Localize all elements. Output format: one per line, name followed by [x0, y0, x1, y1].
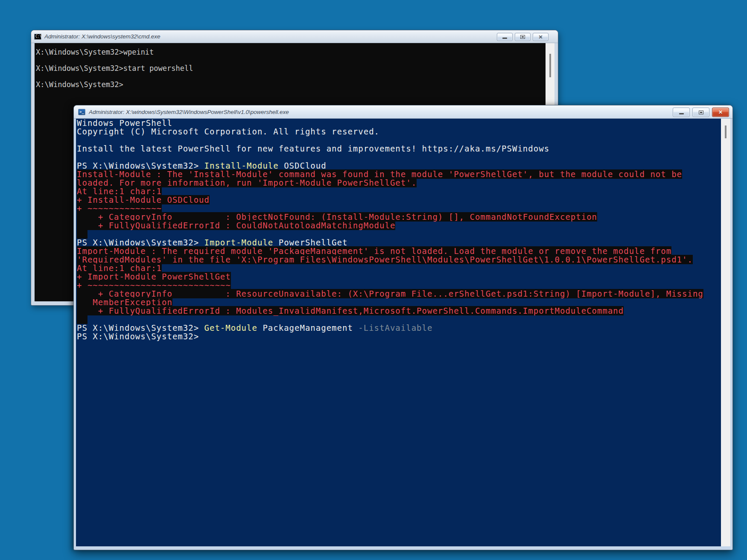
- console-segment-plain: Copyright (C) Microsoft Corporation. All…: [77, 127, 379, 136]
- maximize-button[interactable]: [692, 108, 709, 117]
- console-segment-error: + FullyQualifiedErrorId : CouldNotAutolo…: [77, 221, 395, 230]
- maximize-icon: [520, 35, 525, 39]
- console-segment-plain: PS X:\Windows\System32>: [77, 238, 204, 247]
- winpe-desktop: C:\ Administrator: X:\windows\system32\c…: [0, 0, 747, 560]
- close-button[interactable]: ✕: [712, 108, 729, 117]
- console-segment-plain: Windows PowerShell: [77, 119, 172, 128]
- console-segment-cmd: Install-Module: [204, 161, 279, 170]
- console-segment-error: + CategoryInfo : ObjectNotFound: (Instal…: [77, 212, 597, 222]
- cmd-console-line: [36, 73, 544, 81]
- console-segment-plain: PS X:\Windows\System32>: [77, 332, 199, 341]
- console-segment-plain: PS X:\Windows\System32>: [77, 161, 204, 170]
- console-segment-error: MemberException: [77, 298, 172, 307]
- powershell-console-line: PS X:\Windows\System32>: [77, 332, 720, 341]
- cmd-console-line: X:\Windows\System32>: [36, 81, 544, 89]
- powershell-console-line: PS X:\Windows\System32> Import-Module Po…: [77, 238, 720, 247]
- close-icon: ✕: [718, 110, 723, 115]
- powershell-console-line: PS X:\Windows\System32> Get-Module Packa…: [77, 324, 720, 332]
- powershell-console-line: PS X:\Windows\System32> Install-Module O…: [77, 161, 720, 170]
- console-segment-error: + CategoryInfo : ResourceUnavailable: (X…: [77, 289, 703, 298]
- cmd-scrollbar-thumb[interactable]: [549, 54, 551, 77]
- console-segment-cmd: Get-Module: [204, 323, 257, 332]
- console-segment-error: + ~~~~~~~~~~~~~~: [77, 204, 162, 213]
- powershell-window-controls: ✕: [670, 108, 729, 117]
- close-button[interactable]: ✕: [533, 33, 549, 41]
- powershell-console-line: [77, 153, 720, 161]
- cmd-console-line: X:\Windows\System32>wpeinit: [36, 48, 544, 56]
- console-segment-error: + ~~~~~~~~~~~~~~~~~~~~~~~~~~~: [77, 280, 231, 290]
- powershell-console-line: + ~~~~~~~~~~~~~~: [77, 204, 720, 213]
- powershell-console-line: + CategoryInfo : ObjectNotFound: (Instal…: [77, 213, 720, 221]
- console-segment-error: + FullyQualifiedErrorId : Modules_Invali…: [77, 306, 624, 315]
- powershell-console-output[interactable]: Windows PowerShellCopyright (C) Microsof…: [76, 119, 730, 546]
- powershell-console-line: Import-Module : The required module 'Pac…: [77, 247, 720, 255]
- powershell-window-title: Administrator: X:\windows\System32\Windo…: [89, 109, 289, 115]
- minimize-icon: [502, 38, 507, 39]
- powershell-window: >_ Administrator: X:\windows\System32\Wi…: [73, 105, 733, 550]
- console-segment-error: loaded. For more information, run 'Impor…: [77, 178, 417, 187]
- console-segment-error: + Import-Module PowerShellGet: [77, 272, 231, 281]
- console-segment-plain: OSDCloud: [279, 161, 327, 170]
- powershell-console-line: At line:1 char:1: [77, 264, 720, 272]
- cmd-console-line: [36, 56, 544, 64]
- console-segment-plain: Install the latest PowerShell for new fe…: [77, 144, 549, 153]
- console-segment-errblock: [77, 315, 88, 324]
- minimize-button[interactable]: [673, 108, 690, 117]
- minimize-icon: [679, 113, 684, 114]
- powershell-console-line: + ~~~~~~~~~~~~~~~~~~~~~~~~~~~: [77, 281, 720, 289]
- cmd-window-controls: ✕: [495, 33, 549, 41]
- powershell-console-line: Install the latest PowerShell for new fe…: [77, 144, 720, 153]
- cmd-console-text: X:\Windows\System32>wpeinit X:\Windows\S…: [36, 48, 544, 89]
- powershell-console-line: 'RequiredModules' in the file 'X:\Progra…: [77, 255, 720, 264]
- powershell-console-line: + CategoryInfo : ResourceUnavailable: (X…: [77, 289, 720, 298]
- console-segment-param: -ListAvailable: [358, 323, 432, 332]
- minimize-button[interactable]: [497, 33, 513, 41]
- cmd-icon[interactable]: C:\: [34, 34, 41, 40]
- powershell-console-line: + FullyQualifiedErrorId : CouldNotAutolo…: [77, 221, 720, 230]
- maximize-button[interactable]: [515, 33, 531, 41]
- powershell-console-line: loaded. For more information, run 'Impor…: [77, 178, 720, 187]
- console-segment-plain: PackageManagement: [257, 323, 358, 332]
- powershell-scrollbar-thumb[interactable]: [725, 125, 727, 138]
- powershell-console-line: At line:1 char:1: [77, 187, 720, 195]
- console-segment-plain: PowerShellGet: [273, 238, 347, 247]
- powershell-console-line: Windows PowerShell: [77, 119, 720, 127]
- cmd-window-title: Administrator: X:\windows\system32\cmd.e…: [44, 33, 160, 40]
- powershell-console-line: + Import-Module PowerShellGet: [77, 272, 720, 281]
- close-icon: ✕: [538, 35, 543, 40]
- powershell-scrollbar[interactable]: [721, 119, 730, 546]
- powershell-console-line: [77, 136, 720, 144]
- powershell-console-line: + Install-Module OSDCloud: [77, 195, 720, 204]
- console-segment-error: At line:1 char:1: [77, 263, 162, 273]
- console-segment-cmd: Import-Module: [204, 238, 274, 247]
- powershell-titlebar[interactable]: >_ Administrator: X:\windows\System32\Wi…: [74, 105, 732, 119]
- maximize-icon: [699, 111, 703, 114]
- console-segment-error: 'RequiredModules' in the file 'X:\Progra…: [77, 255, 693, 264]
- console-segment-error: Import-Module : The required module 'Pac…: [77, 246, 671, 256]
- console-segment-error: At line:1 char:1: [77, 187, 162, 196]
- console-segment-error: + Install-Module OSDCloud: [77, 195, 210, 204]
- powershell-console-line: [77, 315, 720, 324]
- powershell-console-line: Install-Module : The 'Install-Module' co…: [77, 170, 720, 178]
- powershell-console-line: Copyright (C) Microsoft Corporation. All…: [77, 127, 720, 136]
- console-segment-error: Install-Module : The 'Install-Module' co…: [77, 169, 682, 179]
- powershell-console-line: MemberException: [77, 298, 720, 306]
- console-segment-plain: PS X:\Windows\System32>: [77, 323, 204, 332]
- powershell-console-text: Windows PowerShellCopyright (C) Microsof…: [77, 119, 720, 341]
- powershell-icon[interactable]: >_: [78, 109, 85, 115]
- console-segment-errblock: [77, 229, 88, 239]
- powershell-console-line: + FullyQualifiedErrorId : Modules_Invali…: [77, 306, 720, 315]
- cmd-titlebar[interactable]: C:\ Administrator: X:\windows\system32\c…: [31, 30, 558, 43]
- cmd-console-line: X:\Windows\System32>start powershell: [36, 64, 544, 73]
- powershell-console-line: [77, 230, 720, 238]
